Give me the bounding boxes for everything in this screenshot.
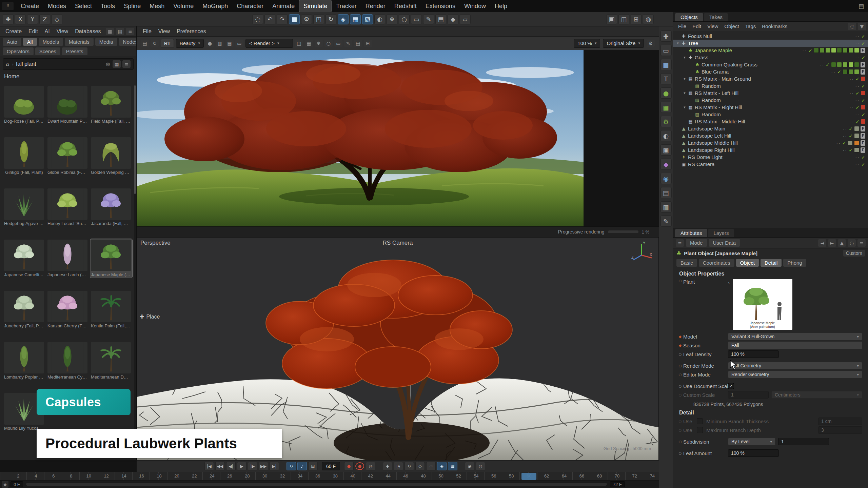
- remesh-object-icon[interactable]: ▥: [660, 201, 672, 212]
- param-number-field[interactable]: 100 %: [728, 350, 779, 358]
- selection-tag-icon[interactable]: [854, 140, 859, 145]
- season-strip[interactable]: Fall: [728, 342, 862, 349]
- visibility-dots[interactable]: ··: [836, 140, 841, 146]
- param-dot-icon[interactable]: ○: [677, 428, 683, 432]
- pen-tool-icon[interactable]: ✎: [660, 216, 672, 227]
- enabled-check-icon[interactable]: ✓: [849, 126, 853, 131]
- material-swatch-icon[interactable]: [825, 48, 830, 53]
- enabled-check-icon[interactable]: ✓: [849, 147, 853, 153]
- asset-item-kentia-palm-fall-plant[interactable]: Kentia Palm (Fall, Plant): [90, 290, 132, 329]
- menu-spline[interactable]: Spline: [119, 0, 145, 12]
- material-swatch-icon[interactable]: [831, 62, 836, 67]
- param-checkbox[interactable]: ✓: [728, 383, 734, 389]
- expand-arrow-icon[interactable]: ▾: [682, 55, 687, 60]
- visibility-dots[interactable]: ··: [843, 126, 847, 131]
- menu-tools[interactable]: Tools: [96, 0, 119, 12]
- render-menu-file[interactable]: File: [139, 28, 155, 35]
- axis-y-button[interactable]: Y: [27, 14, 38, 24]
- enabled-check-icon[interactable]: ✓: [861, 112, 865, 117]
- chart-icon[interactable]: ▤: [354, 40, 362, 47]
- visibility-dots[interactable]: ··: [843, 133, 847, 139]
- back-icon[interactable]: ◄: [818, 239, 826, 247]
- magnet-icon[interactable]: ◐: [374, 14, 385, 24]
- object-common-quaking-grass-4[interactable]: ♣Common Quaking Grass··✓F: [673, 61, 868, 68]
- browser-scrollbar[interactable]: [134, 85, 136, 445]
- attr-tab-basic[interactable]: Basic: [676, 259, 697, 267]
- object-blue-grama-5[interactable]: ♣Blue Grama··✓F: [673, 68, 868, 75]
- text-object-icon[interactable]: T: [660, 73, 672, 84]
- enabled-check-icon[interactable]: ✓: [855, 90, 860, 96]
- flag-tag-icon[interactable]: F: [861, 126, 865, 131]
- record-keyframe-icon[interactable]: ●: [344, 462, 354, 470]
- refresh-render-icon[interactable]: ↻: [151, 40, 159, 47]
- material-swatch-icon[interactable]: [854, 62, 859, 67]
- asset-item-lombardy-poplar-fall-plant[interactable]: Lombardy Poplar (Fall, Plant): [3, 341, 45, 380]
- live-selection-icon[interactable]: ◌: [252, 14, 263, 24]
- enabled-check-icon[interactable]: ✓: [861, 41, 865, 46]
- use-checkbox[interactable]: [697, 427, 703, 433]
- filter-tab-models[interactable]: Models: [39, 38, 63, 46]
- viewport-camera-label[interactable]: RS Camera: [383, 240, 413, 246]
- field-object-icon[interactable]: ◉: [660, 173, 672, 184]
- current-frame-field[interactable]: 60 F: [322, 462, 340, 470]
- search-icon[interactable]: ◌: [848, 23, 856, 30]
- filter-tab-presets[interactable]: Presets: [62, 47, 87, 55]
- redshift-tag-icon[interactable]: [861, 91, 865, 95]
- enabled-check-icon[interactable]: ✓: [842, 140, 846, 146]
- next-frame-button[interactable]: |▶: [248, 462, 257, 470]
- redshift-tag-icon[interactable]: [861, 105, 865, 109]
- graph-tool-icon[interactable]: ▤: [435, 14, 446, 24]
- filter-tab-nodes[interactable]: Nodes: [119, 38, 137, 46]
- plant-preview-image[interactable]: Japanese Maple (Acer palmatum): [733, 279, 792, 330]
- enabled-check-icon[interactable]: ✓: [837, 69, 841, 75]
- record-scale-icon[interactable]: ◳: [394, 462, 403, 470]
- keyframe-tool-icon[interactable]: ◆: [448, 14, 458, 24]
- object-properties-header[interactable]: Object Properties: [679, 271, 868, 277]
- menu-simulate[interactable]: Simulate: [299, 0, 332, 12]
- menu-icon[interactable]: ≡: [857, 239, 866, 247]
- enabled-check-icon[interactable]: ✓: [861, 162, 865, 167]
- asset-item-honey-locust-sunburst-fall-plant[interactable]: Honey Locust 'Sunburst' (Fall, Plant): [47, 188, 89, 227]
- object-landscape-left-hill-14[interactable]: ▲Landscape Left Hill··✓F: [673, 132, 868, 139]
- object-random-7[interactable]: ▨Random··✓: [673, 82, 868, 89]
- param-dot-icon[interactable]: ○: [677, 451, 683, 455]
- globe-icon[interactable]: ◍: [643, 14, 654, 24]
- layout-switcher-icon[interactable]: ▤: [859, 3, 864, 9]
- asset-item-kanzan-cherry-fall-plant[interactable]: Kanzan Cherry (Fall, Plant): [47, 290, 89, 329]
- object-rs-matrix-main-ground-6[interactable]: ▾▦RS Matrix - Main Ground··✓: [673, 75, 868, 82]
- texture-swatch-icon[interactable]: [854, 133, 859, 138]
- visibility-dots[interactable]: ··: [855, 55, 860, 60]
- zoom-dropdown[interactable]: 100 %▾: [574, 39, 600, 48]
- om-menu-edit[interactable]: Edit: [689, 23, 704, 29]
- forward-icon[interactable]: ►: [828, 239, 836, 247]
- param-number-field[interactable]: 1: [728, 391, 769, 399]
- param-dot-icon[interactable]: ○: [677, 420, 683, 423]
- material-swatch-icon[interactable]: [854, 48, 859, 53]
- asset-item-golden-weeping-willow-fall-plant[interactable]: Golden Weeping Willow (Fall, Plant): [90, 137, 132, 176]
- menu-mograph[interactable]: MoGraph: [198, 0, 232, 12]
- list-view-icon[interactable]: ▤: [116, 28, 124, 35]
- flag-tag-icon[interactable]: F: [861, 147, 865, 153]
- browser-menu-databases[interactable]: Databases: [72, 28, 104, 35]
- asset-search-bar[interactable]: ⌂ › fall plant ⊗ ▦≡: [3, 58, 134, 70]
- material-swatch-icon[interactable]: [843, 69, 848, 74]
- go-to-start-button[interactable]: |◀: [204, 462, 214, 470]
- crop-icon[interactable]: ▭: [334, 40, 342, 47]
- menu-volume[interactable]: Volume: [169, 0, 198, 12]
- material-swatch-icon[interactable]: [843, 62, 848, 67]
- flag-tag-icon[interactable]: F: [861, 48, 865, 53]
- volume-object-icon[interactable]: ▤: [660, 187, 672, 198]
- browser-menu-create[interactable]: Create: [2, 28, 25, 35]
- visibility-dots[interactable]: ··: [849, 119, 854, 124]
- thumbnail-size-icon[interactable]: ▦: [113, 60, 121, 68]
- filmstrip-icon[interactable]: ▤: [141, 40, 149, 47]
- clear-search-icon[interactable]: ⊗: [106, 61, 110, 67]
- param-value-field[interactable]: 1 cm: [818, 418, 862, 425]
- panel-menu-icon[interactable]: ≡: [126, 28, 134, 35]
- layout-single-icon[interactable]: ▣: [606, 14, 617, 24]
- move-tool-icon[interactable]: ✚: [3, 14, 14, 24]
- search-breadcrumb[interactable]: fall plant: [16, 61, 103, 67]
- coordinate-system-icon[interactable]: ◇: [52, 14, 62, 24]
- render-menu-view[interactable]: View: [155, 28, 173, 35]
- keyframe-selection-icon[interactable]: ◎: [366, 462, 375, 470]
